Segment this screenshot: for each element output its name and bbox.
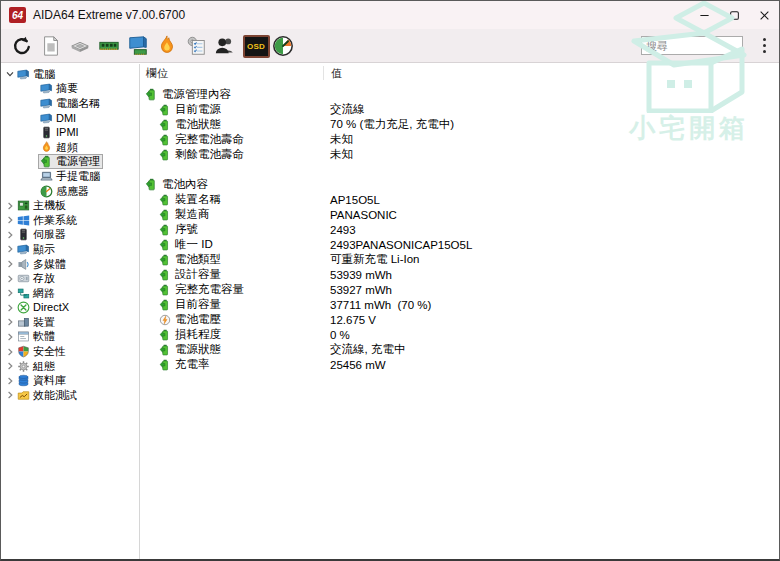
sidebar-item-multimedia[interactable]: 多媒體 (1, 257, 139, 272)
refresh-button[interactable] (9, 32, 34, 59)
sidebar-item-body: 作業系統 (15, 213, 80, 228)
close-button[interactable] (749, 1, 779, 29)
report-icon (40, 35, 62, 57)
table-row[interactable]: 電池電壓12.675 V (140, 312, 779, 327)
chevron-right-icon[interactable] (4, 289, 15, 297)
toolbar-overflow-button[interactable] (759, 38, 769, 53)
computer-icon (17, 243, 30, 256)
row-value: PANASONIC (330, 209, 397, 221)
battery-icon (159, 359, 171, 371)
cpu-button[interactable] (67, 32, 92, 59)
table-row[interactable]: 完整電池壽命未知 (140, 132, 779, 147)
table-row[interactable]: 目前電源交流線 (140, 102, 779, 117)
section-header-row[interactable]: 電池內容 (140, 177, 779, 192)
table-row[interactable]: 電池類型可重新充電 Li-Ion (140, 252, 779, 267)
chevron-right-icon[interactable] (4, 216, 15, 224)
chevron-right-icon[interactable] (4, 245, 15, 253)
sidebar-item-ipmi[interactable]: IPMI (1, 125, 139, 140)
memory-button[interactable] (96, 32, 121, 59)
sidebar-item-software[interactable]: 軟體 (1, 330, 139, 345)
users-icon (214, 35, 236, 57)
chevron-right-icon[interactable] (4, 304, 15, 312)
users-button[interactable] (212, 32, 237, 59)
minimize-button[interactable] (689, 1, 719, 29)
voltage-icon (159, 314, 171, 326)
chevron-right-icon[interactable] (4, 377, 15, 385)
chevron-right-icon[interactable] (4, 202, 15, 210)
row-value: 交流線 (330, 102, 365, 117)
column-header-field[interactable]: 欄位 (140, 66, 323, 81)
sidebar-item-dmi[interactable]: DMI (1, 111, 139, 126)
sidebar-item-notebook[interactable]: 手提電腦 (1, 169, 139, 184)
chevron-right-icon[interactable] (4, 348, 15, 356)
chevron-right-icon[interactable] (4, 275, 15, 283)
storage-icon (17, 272, 30, 285)
sidebar-item-operating-system[interactable]: 作業系統 (1, 213, 139, 228)
sidebar-item-server[interactable]: 伺服器 (1, 228, 139, 243)
display-adapter-button[interactable] (125, 32, 150, 59)
table-row[interactable]: 電源狀態交流線, 充電中 (140, 342, 779, 357)
sidebar-item-security[interactable]: 安全性 (1, 344, 139, 359)
sidebar-item-body: 電腦名稱 (38, 96, 103, 111)
sidebar-item-body: 多媒體 (15, 257, 69, 272)
sidebar-item-body: 網路 (15, 286, 58, 301)
sidebar-item-network[interactable]: 網路 (1, 286, 139, 301)
chevron-right-icon[interactable] (4, 333, 15, 341)
sidebar-item-motherboard[interactable]: 主機板 (1, 198, 139, 213)
row-label: 充電率 (175, 357, 210, 372)
sidebar-item-storage[interactable]: 存放 (1, 271, 139, 286)
motherboard-icon (17, 199, 30, 212)
sidebar-item-sensor[interactable]: 感應器 (1, 184, 139, 199)
battery-icon (159, 134, 171, 146)
sensor-gauge-button[interactable] (270, 32, 295, 59)
sidebar-item-computer[interactable]: 電腦 (1, 67, 139, 82)
directx-icon (17, 301, 30, 314)
sidebar-item-body: 顯示 (15, 242, 58, 257)
table-row[interactable]: 電池狀態70 % (電力充足, 充電中) (140, 117, 779, 132)
burn-button[interactable] (154, 32, 179, 59)
table-row[interactable]: 製造商PANASONIC (140, 207, 779, 222)
osd-button[interactable]: OSD (241, 32, 266, 59)
battery-icon (145, 178, 158, 191)
table-row[interactable]: 剩餘電池壽命未知 (140, 147, 779, 162)
sidebar-item-body: DirectX (15, 300, 72, 315)
table-row[interactable]: 設計容量53939 mWh (140, 267, 779, 282)
sidebar-item-power-management[interactable]: 電源管理 (1, 155, 139, 170)
section-header-row[interactable]: 電源管理內容 (140, 87, 779, 102)
chevron-down-icon[interactable] (4, 70, 15, 78)
chevron-right-icon[interactable] (4, 231, 15, 239)
table-row[interactable]: 充電率25456 mW (140, 357, 779, 372)
table-row[interactable]: 完整充電容量53927 mWh (140, 282, 779, 297)
preferences-button[interactable] (183, 32, 208, 59)
table-row[interactable]: 損耗程度0 % (140, 327, 779, 342)
report-button[interactable] (38, 32, 63, 59)
maximize-button[interactable] (719, 1, 749, 29)
table-row[interactable]: 序號2493 (140, 222, 779, 237)
chevron-right-icon[interactable] (4, 391, 15, 399)
row-label: 電池電壓 (175, 312, 221, 327)
sidebar-item-overclock[interactable]: 超頻 (1, 140, 139, 155)
sidebar-item-display[interactable]: 顯示 (1, 242, 139, 257)
sidebar-item-benchmark[interactable]: 效能測試 (1, 388, 139, 403)
database-icon (17, 374, 30, 387)
search-input[interactable] (641, 36, 743, 55)
sidebar-item-summary[interactable]: 摘要 (1, 82, 139, 97)
chevron-right-icon[interactable] (4, 362, 15, 370)
table-row[interactable]: 目前容量37711 mWh (70 %) (140, 297, 779, 312)
sidebar-item-devices[interactable]: 裝置 (1, 315, 139, 330)
sidebar-item-config[interactable]: 組態 (1, 359, 139, 374)
app-window: 64 AIDA64 Extreme v7.00.6700 OSD 電腦摘要電腦名… (0, 0, 780, 561)
sidebar-item-database[interactable]: 資料庫 (1, 373, 139, 388)
row-label: 電源狀態 (175, 342, 221, 357)
battery-icon (159, 194, 171, 206)
row-label: 損耗程度 (175, 327, 221, 342)
table-row[interactable]: 唯一 ID2493PANASONICAP15O5L (140, 237, 779, 252)
column-header-value[interactable]: 值 (323, 66, 342, 81)
battery-icon (159, 224, 171, 236)
sidebar-item-directx[interactable]: DirectX (1, 301, 139, 316)
row-label: 唯一 ID (175, 237, 213, 252)
chevron-right-icon[interactable] (4, 260, 15, 268)
chevron-right-icon[interactable] (4, 318, 15, 326)
sidebar-item-computer-name[interactable]: 電腦名稱 (1, 96, 139, 111)
table-row[interactable]: 裝置名稱AP15O5L (140, 192, 779, 207)
